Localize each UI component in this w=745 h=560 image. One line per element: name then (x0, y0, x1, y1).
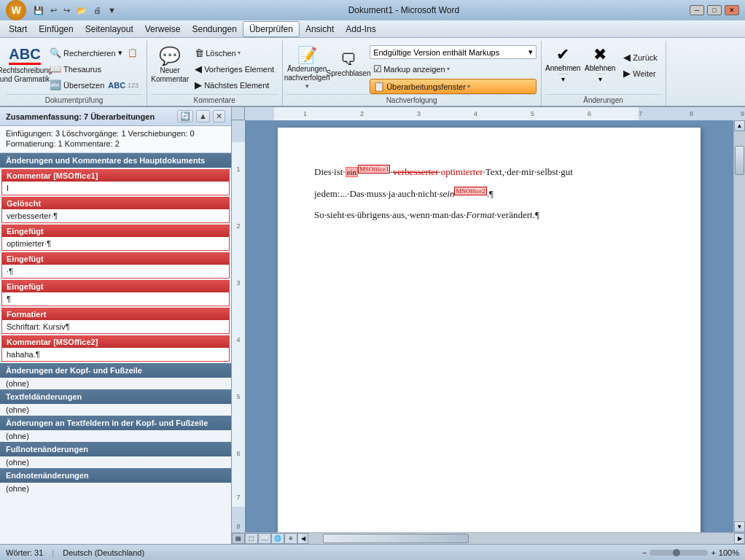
scroll-track[interactable] (734, 131, 745, 521)
delete-label: Löschen (206, 49, 236, 58)
panel-close-btn[interactable]: ✕ (213, 110, 225, 122)
review-window-button[interactable]: 📋 Überarbeitungsfenster ▾ (370, 79, 537, 94)
svg-text:5: 5 (236, 393, 240, 400)
track-arrow: ▾ (305, 82, 309, 90)
reject-button[interactable]: ✖ Ablehnen (581, 42, 619, 74)
menu-seitenlayout[interactable]: Seitenlayout (79, 22, 139, 36)
menu-start[interactable]: Start (3, 22, 33, 36)
accept-label: Annehmen (545, 64, 580, 72)
inserted3-body: ¶ (2, 292, 229, 306)
spelling-button[interactable]: ABC Rechtschreibungund Grammatik (6, 42, 44, 88)
sprechblasen-button[interactable]: 🗨 Sprechblasen (329, 42, 367, 86)
accept-button[interactable]: ✔ Annehmen (542, 42, 584, 74)
123-label: 123 (128, 82, 139, 89)
maximize-btn[interactable]: □ (707, 5, 722, 15)
window-title: Dokument1 - Microsoft Word (118, 5, 690, 15)
svg-text:8: 8 (690, 110, 693, 117)
redo-btn[interactable]: ↪ (61, 5, 72, 16)
zoom-area: − + 100% (642, 548, 739, 557)
track-icon: 📝 (297, 46, 317, 65)
view-read-btn[interactable]: 📖 (258, 533, 271, 544)
menu-ansicht[interactable]: Ansicht (300, 22, 340, 36)
nachverfolgung-label: Nachverfolgung (286, 94, 537, 104)
zoom-thumb[interactable] (673, 549, 680, 556)
svg-text:9: 9 (741, 110, 744, 117)
research-button[interactable]: 🔍 Recherchieren ▾ (46, 45, 126, 61)
refresh-btn[interactable]: 🔄 (177, 110, 193, 122)
version-label: Endgültige Version enthält Markups (373, 48, 499, 57)
formatted-header: Formatiert (2, 308, 229, 320)
italic-sein: sein (440, 188, 455, 199)
svg-text:6: 6 (236, 450, 240, 457)
print-btn[interactable]: 🖨 (91, 5, 104, 15)
open-btn[interactable]: 📂 (74, 5, 89, 16)
h-scroll-right-btn[interactable]: ▶ (734, 533, 745, 544)
h-scroll-track[interactable] (308, 533, 734, 544)
delete-dropdown-icon: ▾ (238, 50, 241, 56)
save-btn[interactable]: 💾 (31, 5, 46, 16)
kopf-none: (ohne) (0, 378, 231, 389)
abc-icon: ABC (9, 46, 40, 65)
menu-sendungen[interactable]: Sendungen (186, 22, 242, 36)
accept-dropdown[interactable]: ▾ (558, 74, 568, 84)
nachverfolgung-content: 📝 Änderungennachverfolgen ▾ 🗨 Sprechblas… (286, 42, 537, 94)
msoffice2-ref: MSOffice2 (454, 187, 486, 195)
view-normal-btn[interactable]: ▤ (232, 533, 245, 544)
new-comment-button[interactable]: 💬 NeuerKommentar (151, 42, 189, 88)
translate-button[interactable]: 🔤 Übersetzen ABC 123 (46, 77, 142, 93)
zoom-bar[interactable] (650, 550, 708, 556)
italic-format: Format (466, 209, 494, 220)
scroll-down-btn[interactable]: ▼ (734, 521, 745, 532)
minimize-btn[interactable]: ─ (690, 5, 704, 15)
menu-ueberprufen[interactable]: Überprüfen (243, 21, 300, 37)
markup-icon: ☑ (373, 63, 382, 74)
h-scroll-left-btn[interactable]: ◀ (297, 533, 308, 544)
section-header-textfeld-kopf: Änderungen an Textfeldern in der Kopf- u… (0, 416, 231, 430)
endnoten-none: (ohne) (0, 483, 231, 494)
reject-dropdown[interactable]: ▾ (596, 74, 605, 84)
next-button[interactable]: ▶ Nächstes Element (191, 77, 278, 93)
view-layout-btn[interactable]: ⬚ (245, 533, 258, 544)
thesaurus-button[interactable]: 📖 Thesaurus (46, 61, 142, 77)
back-button[interactable]: ◀ Zurück (620, 50, 661, 65)
review-item-deleted: Gelöscht verbesserter·¶ (1, 197, 230, 223)
menu-addins[interactable]: Add-Ins (340, 22, 381, 36)
scroll-thumb[interactable] (735, 146, 744, 175)
svg-text:1: 1 (236, 166, 240, 173)
qa-dropdown[interactable]: ▼ (106, 5, 118, 15)
menu-einfuegen[interactable]: Einfügen (33, 22, 79, 36)
doc-scroll-area[interactable]: Dies·ist·einMSOffice1·verbesserter·optim… (245, 120, 733, 532)
kommentare-content: 💬 NeuerKommentar 🗑 Löschen ▾ ◀ Vorherige… (151, 42, 278, 94)
window-controls: ─ □ ✕ (690, 5, 739, 15)
formatted-body: Schriftart: Kursiv¶ (2, 320, 229, 333)
close-btn[interactable]: ✕ (725, 5, 739, 15)
view-outline-btn[interactable]: ≡ (284, 533, 297, 544)
show-markup-button[interactable]: ☑ Markup anzeigen ▾ (370, 61, 537, 77)
back-icon: ◀ (623, 52, 631, 63)
section-header-textfeld: Textfeldänderungen (0, 389, 231, 404)
menu-verweise[interactable]: Verweise (139, 22, 187, 36)
h-scroll-thumb[interactable] (323, 534, 469, 543)
office-button[interactable]: W (6, 0, 26, 20)
undo-btn[interactable]: ↩ (48, 5, 59, 16)
zoom-in-btn[interactable]: + (711, 548, 715, 557)
track-changes-button[interactable]: 📝 Änderungennachverfolgen ▾ (286, 42, 327, 93)
review-item-comment1: Kommentar [MSOffice1] I (1, 169, 230, 195)
zoom-out-btn[interactable]: − (642, 548, 647, 557)
quick-access-toolbar: W 💾 ↩ ↪ 📂 🖨 ▼ (6, 0, 118, 20)
doc-content[interactable]: Dies·ist·einMSOffice1·verbesserter·optim… (314, 164, 664, 223)
scroll-up-btn[interactable]: ▲ (734, 120, 745, 131)
prev-button[interactable]: ◀ Vorheriges Element (191, 61, 278, 77)
review-item-comment2: Kommentar [MSOffice2] hahaha.¶ (1, 335, 230, 362)
forward-button[interactable]: ▶ Weiter (620, 66, 661, 81)
ruler-corner (232, 107, 245, 120)
panel-up-btn[interactable]: ▲ (196, 110, 210, 122)
speech-label: Sprechblasen (327, 69, 371, 78)
view-web-btn[interactable]: 🌐 (271, 533, 284, 544)
back-label: Zurück (633, 53, 658, 62)
accept-dropdown-arrow: ▾ (561, 75, 565, 83)
version-dropdown[interactable]: Endgültige Version enthält Markups ▾ (370, 45, 537, 59)
delete-button[interactable]: 🗑 Löschen ▾ (191, 45, 278, 61)
inserted3-header: Eingefügt (2, 281, 229, 292)
review-item-inserted3: Eingefügt ¶ (1, 280, 230, 306)
